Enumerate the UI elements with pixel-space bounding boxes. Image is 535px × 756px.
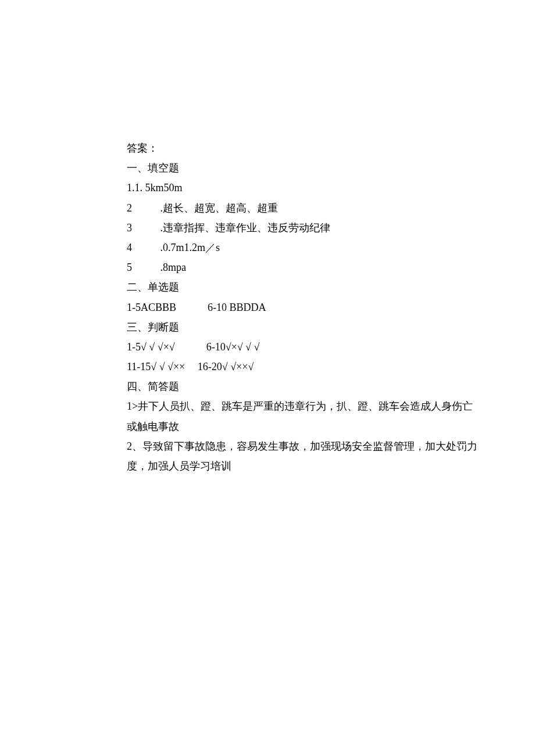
item-text: .8mpa	[160, 261, 187, 273]
section-2-title: 二、单选题	[127, 277, 407, 297]
short-answer-2-line-2: 度，加强人员学习培训	[127, 456, 407, 476]
single-choice-answers: 1-5ACBBB6-10 BBDDA	[127, 298, 407, 317]
answers-label: 答案：	[127, 138, 407, 158]
answer-key-page: 答案： 一、填空题 1.1. 5km50m 2.超长、超宽、超高、超重 3.违章…	[0, 0, 535, 476]
section-1-title: 一、填空题	[127, 158, 407, 178]
short-answer-2-line-1: 2、导致留下事故隐患，容易发生事故，加强现场安全监督管理，加大处罚力	[127, 436, 407, 456]
judge-right: 6-10√×√ √ √	[206, 341, 260, 353]
item-text: .超长、超宽、超高、超重	[160, 202, 279, 214]
judge-answers-row-1: 1-5√ √ √×√6-10√×√ √ √	[127, 337, 407, 357]
judge-right: 16-20√ √××√	[198, 361, 254, 372]
judge-answers-row-2: 11-15√ √ √××16-20√ √××√	[127, 357, 407, 377]
fill-blank-item-2: 2.超长、超宽、超高、超重	[127, 198, 407, 218]
choice-answers-right: 6-10 BBDDA	[208, 302, 266, 313]
judge-left: 11-15√ √ √××	[127, 361, 185, 372]
fill-blank-item-5: 5.8mpa	[127, 257, 407, 277]
short-answer-1-line-1: 1>井下人员扒、蹬、跳车是严重的违章行为，扒、蹬、跳车会造成人身伤亡	[127, 396, 407, 416]
short-answer-1-line-2: 或触电事故	[127, 417, 407, 436]
item-text: .0.7m1.2m／s	[160, 242, 220, 253]
item-number: 1.	[127, 182, 135, 194]
fill-blank-item-3: 3.违章指挥、违章作业、违反劳动纪律	[127, 218, 407, 238]
item-number: 3	[127, 218, 137, 238]
fill-blank-item-1: 1.1. 5km50m	[127, 178, 407, 198]
choice-answers-left: 1-5ACBBB	[127, 302, 176, 313]
fill-blank-item-4: 4.0.7m1.2m／s	[127, 238, 407, 257]
item-number: 2	[127, 198, 137, 218]
section-3-title: 三、判断题	[127, 317, 407, 337]
judge-left: 1-5√ √ √×√	[127, 341, 175, 353]
item-number: 5	[127, 257, 137, 277]
item-text: .违章指挥、违章作业、违反劳动纪律	[160, 222, 331, 234]
section-4-title: 四、简答题	[127, 377, 407, 396]
item-text: 1. 5km50m	[135, 182, 183, 194]
item-number: 4	[127, 238, 137, 257]
